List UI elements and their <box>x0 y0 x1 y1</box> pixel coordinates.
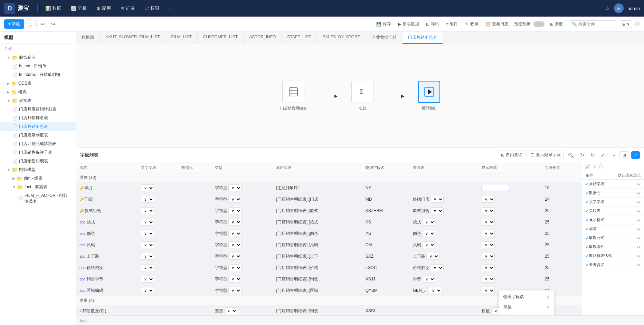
nav-more[interactable]: ··· <box>164 0 178 17</box>
assoc-select[interactable]: ∨ <box>422 230 435 237</box>
type-select[interactable]: ∨ <box>224 307 237 314</box>
type-select[interactable]: ∨ <box>228 253 242 260</box>
text-field-select[interactable]: ∨ <box>141 219 154 226</box>
close-icon[interactable]: ✕ <box>593 164 596 169</box>
text-field-select[interactable]: ∨ <box>141 196 154 203</box>
fetch-action[interactable]: ▶ 提取数据 <box>395 20 422 28</box>
nav-apps[interactable]: ⚙ 应用 <box>92 0 116 17</box>
type-select[interactable]: ∨ <box>228 219 242 226</box>
new-button[interactable]: + 新建 <box>4 19 24 29</box>
x-mark-default[interactable]: x <box>638 200 641 204</box>
type-select[interactable]: ∨ <box>228 241 242 248</box>
chart-icon[interactable]: 📈 <box>585 164 590 169</box>
redo-button[interactable]: ↪ <box>49 19 57 29</box>
sidebar-item-fact-folder[interactable]: ▼ 📁 事实表 <box>0 96 76 105</box>
sidebar-item-fact-fact[interactable]: ▼ 📁 fact - 事实表 <box>0 183 76 191</box>
search-box[interactable]: 🔍 <box>569 20 617 28</box>
tab-film-list[interactable]: FILM_LIST <box>165 32 197 44</box>
info-icon[interactable]: ⓘ <box>635 21 640 27</box>
log-action[interactable]: 📋 查看日志 <box>483 20 511 28</box>
sidebar-item-mendian-rank[interactable]: 📄 门店月销排名表 <box>0 114 76 122</box>
x-mark-default[interactable]: x <box>638 262 641 267</box>
type-select[interactable]: ∨ <box>228 287 242 294</box>
sidebar-item-mendian-plan[interactable]: 📄 门店月度进销计划表 <box>0 105 76 114</box>
sidebar-item-fs-rxdmx[interactable]: 📄 fs_rxdmx - 日销单明细 <box>0 70 76 79</box>
refresh-icon[interactable]: ↻ <box>578 151 586 159</box>
text-field-select[interactable]: ∨ <box>141 207 154 214</box>
nav-data[interactable]: 📊 数据 <box>40 0 66 17</box>
menu-item-phys-name[interactable]: 物理字段名 ✓ <box>499 292 554 302</box>
assoc-select[interactable]: ∨ <box>430 207 444 214</box>
format-select[interactable]: ∨ <box>482 276 495 283</box>
type-select[interactable]: ∨ <box>228 264 242 271</box>
search-input[interactable] <box>578 22 614 27</box>
sidebar-item-movie-model[interactable]: ▼ 📁 电影模型 <box>0 165 76 174</box>
save-action[interactable]: 💾 保存 <box>373 20 394 28</box>
menu-icon[interactable]: ··· <box>609 151 617 159</box>
more-button[interactable]: ... <box>27 20 37 28</box>
tab-nkut[interactable]: NKUT_SLOWER_FILM_LIST <box>100 32 165 44</box>
format-select[interactable]: ∨ <box>482 253 495 260</box>
text-field-select[interactable]: ∨ <box>141 264 154 271</box>
view-toggle[interactable]: ⊞ ∨ <box>620 20 632 28</box>
text-field-select[interactable]: ∨ <box>141 287 154 294</box>
group-action[interactable]: + 组件 <box>443 20 461 28</box>
assoc-select[interactable]: ∨ <box>426 253 439 260</box>
assoc-select[interactable]: ∨ <box>422 241 435 248</box>
collect-action[interactable]: ☆ 收藏 <box>462 20 481 28</box>
tab-enterprise-summary[interactable]: 企业数据汇总 <box>366 32 402 44</box>
sidebar-item-dim-dim[interactable]: ▶ 📁 dim - 维表 <box>0 174 76 183</box>
favorite-icon[interactable]: ☆ <box>605 5 610 12</box>
table-view-btn[interactable]: ⊞ <box>619 151 629 159</box>
type-select[interactable]: ∨ <box>228 230 242 237</box>
list-view-btn[interactable]: ≡ <box>631 151 640 159</box>
nav-analysis[interactable]: 📈 分析 <box>66 0 92 17</box>
user-avatar[interactable]: A <box>614 3 624 13</box>
expand-icon[interactable]: ⤢ <box>599 151 607 159</box>
tab-staff-list[interactable]: STAFF_LIST <box>282 32 317 44</box>
format-select[interactable]: ∨ <box>482 230 495 237</box>
assoc-select[interactable]: ∨ <box>422 276 435 283</box>
nav-permissions[interactable]: 🛡 权限 <box>140 0 164 17</box>
assoc-select[interactable]: ∨ <box>429 287 442 294</box>
sidebar-item-mendian-summary[interactable]: 📄 门店月销汇总表 <box>0 122 76 131</box>
type-select[interactable]: ∨ <box>228 196 242 203</box>
sidebar-item-fs-rxd[interactable]: 📄 fs_rxd - 日销单 <box>0 62 76 70</box>
menu-item-type[interactable]: 类型 ✓ <box>499 302 554 312</box>
text-field-select[interactable]: ∨ <box>141 253 154 260</box>
tab-actor-info[interactable]: ACTOR_INFO <box>244 32 282 44</box>
type-select[interactable]: ∨ <box>228 184 242 191</box>
format-select[interactable]: ∨ <box>482 241 495 248</box>
node-aggregate[interactable]: Σ 汇总 <box>351 81 373 111</box>
show-hidden-btn[interactable]: ☐ 显示隐藏字段 <box>528 151 564 159</box>
format-input[interactable] <box>482 185 509 191</box>
x-mark-default[interactable]: x <box>638 245 641 249</box>
sidebar-item-dim[interactable]: ▶ 📁 维表 <box>0 88 76 96</box>
tab-store-monthly-summary[interactable]: 门店月销汇总表 <box>402 32 443 44</box>
preview-toggle[interactable] <box>533 21 544 27</box>
node-output[interactable]: 模型输出 <box>418 81 440 111</box>
menu-item-segment[interactable]: 分词 ✓ <box>499 312 554 315</box>
assoc-select[interactable]: ∨ <box>430 264 444 271</box>
tab-sales-by-store[interactable]: SALES_BY_STORE <box>317 32 366 44</box>
sync-icon[interactable]: ↻ <box>588 151 597 159</box>
info-circle-icon[interactable]: ⓘ <box>599 164 603 170</box>
assoc-select[interactable]: ∨ <box>430 196 444 203</box>
free-query-btn[interactable]: ⊞ 自由查询 <box>498 151 525 159</box>
sidebar-item-mendian-detail[interactable]: 📄 门店销售明细表 <box>0 157 76 165</box>
x-mark-default[interactable]: x <box>638 236 641 240</box>
type-select[interactable]: ∨ <box>228 207 242 214</box>
x-mark-default[interactable]: x <box>638 227 641 231</box>
param-action[interactable]: ⊞ 参数 <box>547 20 566 28</box>
text-field-select[interactable]: ∨ <box>141 230 154 237</box>
x-mark-default[interactable]: x <box>638 218 641 222</box>
text-field-select[interactable]: ∨ <box>141 184 154 191</box>
tab-customer-list[interactable]: CUSTOMER_LIST <box>198 32 244 44</box>
tab-datasource[interactable]: 数据源 <box>76 32 100 44</box>
sidebar-item-mendian-backup[interactable]: 📄 门店销售备注子表 <box>0 148 76 157</box>
sidebar-item-mendian-plan2[interactable]: 📄 门店计划完成情况表 <box>0 140 76 148</box>
node-store-detail[interactable]: 门店销售明细表 <box>280 81 307 111</box>
format-select[interactable]: ∨ <box>482 196 495 203</box>
x-mark-default[interactable]: x <box>638 254 641 258</box>
nav-extend[interactable]: ⊟ 扩展 <box>116 0 140 17</box>
